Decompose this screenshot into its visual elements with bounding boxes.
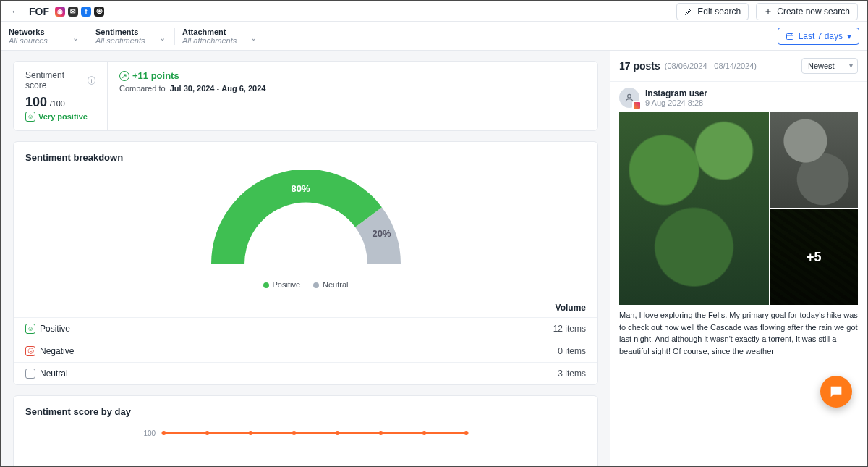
top-bar: ← FOF ◉ ✉ f ⦿ Edit search Create new sea…	[1, 1, 867, 22]
filter-bar: Networks All sources ⌄ Sentiments All se…	[1, 22, 867, 51]
volume-row: ☹Negative0 items	[14, 340, 597, 362]
volume-row: ·Neutral3 items	[14, 362, 597, 384]
volume-count: 0 items	[558, 346, 586, 356]
calendar-icon	[786, 32, 794, 41]
score-title: Sentiment score i	[25, 70, 95, 91]
caret-down-icon: ▾	[847, 31, 851, 41]
feed-post: Instagram user 9 Aug 2024 8:28 +5 Man, I…	[610, 82, 867, 466]
gauge-legend: Positive Neutral	[263, 280, 349, 289]
post-range: (08/06/2024 - 08/14/2024)	[665, 62, 757, 70]
info-icon[interactable]: i	[88, 76, 95, 85]
pencil-icon	[684, 7, 693, 16]
volume-name: Negative	[40, 346, 74, 356]
daychart-title: Sentiment score by day	[14, 396, 597, 421]
score-compared: Compared to Jul 30, 2024 - Aug 6, 2024	[119, 84, 265, 93]
post-image[interactable]	[770, 112, 858, 208]
brand-name: FOF	[29, 6, 49, 17]
svg-point-2	[162, 431, 166, 435]
score-delta: ↗ +11 points	[119, 70, 265, 81]
volume-count: 3 items	[558, 369, 586, 379]
volume-header: Volume	[14, 298, 597, 317]
volume-count: 12 items	[553, 324, 586, 334]
post-text: Man, I love exploring the Fells. My prim…	[619, 309, 858, 357]
avatar	[619, 88, 639, 108]
post-images[interactable]: +5	[619, 112, 858, 305]
post-username[interactable]: Instagram user	[645, 88, 707, 98]
ytick-100: 100	[144, 429, 156, 437]
instagram-badge-icon	[632, 101, 642, 110]
pos-icon: ☺	[25, 324, 35, 334]
filter-attachment[interactable]: Attachment All attachments ⌄	[182, 28, 265, 45]
sentiment-line-chart: 100 75 50 25	[25, 424, 586, 466]
svg-point-5	[292, 431, 297, 435]
mail-icon: ✉	[68, 7, 78, 17]
create-search-label: Create new search	[777, 7, 850, 17]
smile-icon: ☺	[25, 112, 35, 122]
main-content: Sentiment score i 100 /100 ☺ Very positi…	[1, 51, 610, 466]
network-icons: ◉ ✉ f ⦿	[55, 7, 104, 17]
filter-networks[interactable]: Networks All sources ⌄	[9, 28, 88, 45]
chevron-down-icon: ⌄	[250, 33, 257, 43]
edit-search-label: Edit search	[697, 7, 741, 17]
sentiment-gauge: 80% 20%	[205, 170, 407, 279]
volume-row: ☺Positive12 items	[14, 317, 597, 340]
chevron-down-icon: ⌄	[159, 33, 166, 43]
svg-point-10	[628, 94, 631, 98]
post-image[interactable]: +5	[770, 209, 858, 305]
svg-point-9	[464, 431, 469, 435]
back-arrow-icon[interactable]: ←	[10, 5, 22, 18]
volume-name: Neutral	[40, 369, 68, 379]
sentiment-score-card: Sentiment score i 100 /100 ☺ Very positi…	[13, 61, 598, 131]
svg-rect-0	[786, 33, 793, 39]
volume-name: Positive	[40, 324, 70, 334]
other-network-icon: ⦿	[94, 7, 104, 17]
instagram-icon: ◉	[55, 7, 65, 17]
neu-icon: ·	[25, 369, 35, 379]
period-selector[interactable]: Last 7 days ▾	[778, 28, 859, 45]
plus-icon	[764, 7, 773, 16]
breakdown-title: Sentiment breakdown	[14, 142, 597, 167]
feed-header: 17 posts (08/06/2024 - 08/14/2024) Newes…	[610, 51, 867, 82]
svg-point-6	[336, 431, 340, 435]
sort-select[interactable]: Newest	[801, 58, 858, 74]
svg-point-8	[422, 431, 427, 435]
facebook-icon: f	[81, 7, 91, 17]
chat-fab[interactable]	[820, 376, 852, 408]
svg-point-7	[379, 431, 383, 435]
more-images-overlay[interactable]: +5	[770, 209, 858, 305]
post-count: 17 posts	[619, 60, 660, 72]
sentiment-breakdown-card: Sentiment breakdown 80% 20% Positive Ne	[13, 141, 598, 385]
svg-point-3	[205, 431, 210, 435]
sentiment-day-card: Sentiment score by day 100 75 50 25	[13, 395, 598, 466]
chat-icon	[828, 384, 844, 400]
neg-icon: ☹	[25, 346, 35, 356]
gauge-neutral-pct: 20%	[372, 228, 391, 239]
score-value: 100	[25, 95, 47, 109]
edit-search-button[interactable]: Edit search	[676, 3, 749, 20]
post-image[interactable]	[619, 112, 769, 305]
post-date: 9 Aug 2024 8:28	[645, 98, 707, 107]
score-tag: ☺ Very positive	[25, 112, 88, 122]
chevron-down-icon: ⌄	[72, 33, 79, 43]
filter-sentiments[interactable]: Sentiments All sentiments ⌄	[95, 28, 175, 45]
trend-up-icon: ↗	[119, 71, 129, 81]
gauge-positive-pct: 80%	[292, 183, 310, 194]
svg-point-4	[249, 431, 253, 435]
create-search-button[interactable]: Create new search	[756, 3, 858, 20]
